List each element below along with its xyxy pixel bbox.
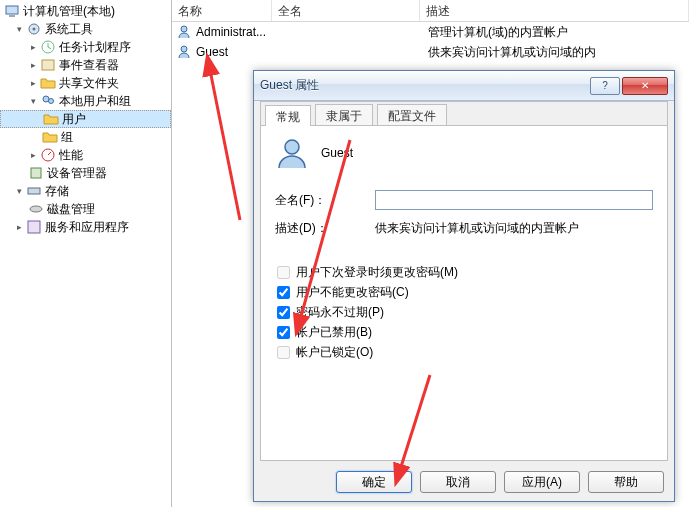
cell-desc: 管理计算机(域)的内置帐户 (428, 24, 689, 41)
device-icon (28, 165, 44, 181)
svg-rect-12 (28, 221, 40, 233)
gear-icon (26, 21, 42, 37)
column-description[interactable]: 描述 (420, 0, 689, 21)
tree-groups[interactable]: 组 (0, 128, 171, 146)
list-item[interactable]: Guest 供来宾访问计算机或访问域的内 (172, 42, 689, 62)
disk-icon (28, 201, 44, 217)
tab-strip: 常规 隶属于 配置文件 (261, 102, 667, 126)
tab-general[interactable]: 常规 (265, 105, 311, 126)
tree-label: 组 (61, 129, 73, 146)
tree-shared-folders[interactable]: ▸ 共享文件夹 (0, 74, 171, 92)
properties-dialog: Guest 属性 ? ✕ 常规 隶属于 配置文件 Guest 全名(F)： 描述… (253, 70, 675, 502)
cell-desc: 供来宾访问计算机或访问域的内 (428, 44, 689, 61)
caret-down-icon: ▾ (14, 186, 24, 196)
svg-point-14 (181, 46, 187, 52)
caret-right-icon: ▸ (14, 222, 24, 232)
svg-rect-1 (9, 15, 15, 17)
svg-rect-0 (6, 6, 18, 14)
caret-right-icon: ▸ (28, 78, 38, 88)
tree-users[interactable]: 用户 (0, 110, 171, 128)
folder-icon (42, 129, 58, 145)
tab-memberof[interactable]: 隶属于 (315, 104, 373, 125)
column-name[interactable]: 名称 (172, 0, 272, 21)
dialog-button-row: 确定 取消 应用(A) 帮助 (336, 471, 664, 493)
svg-rect-5 (42, 60, 54, 70)
caret-right-icon: ▸ (28, 42, 38, 52)
chk-pw-never-expire[interactable] (277, 306, 290, 319)
folder-icon (43, 111, 59, 127)
tab-content: Guest 全名(F)： 描述(D)： 供来宾访问计算机或访问域的内置帐户 用户… (261, 126, 667, 374)
chk-label: 帐户已锁定(O) (296, 344, 373, 361)
fullname-label: 全名(F)： (275, 192, 375, 209)
chk-account-locked (277, 346, 290, 359)
tree-device-manager[interactable]: 设备管理器 (0, 164, 171, 182)
tree-local-users-groups[interactable]: ▾ 本地用户和组 (0, 92, 171, 110)
help-button[interactable]: 帮助 (588, 471, 664, 493)
svg-point-7 (49, 99, 54, 104)
svg-point-15 (285, 140, 299, 154)
cell-name: Guest (196, 45, 280, 59)
tree-services-apps[interactable]: ▸ 服务和应用程序 (0, 218, 171, 236)
dialog-title: Guest 属性 (260, 77, 588, 94)
tree-storage[interactable]: ▾ 存储 (0, 182, 171, 200)
ok-button[interactable]: 确定 (336, 471, 412, 493)
user-large-icon (275, 136, 309, 170)
description-label: 描述(D)： (275, 220, 375, 237)
dialog-body: 常规 隶属于 配置文件 Guest 全名(F)： 描述(D)： 供来宾访问计算机… (260, 101, 668, 461)
description-value: 供来宾访问计算机或访问域的内置帐户 (375, 220, 653, 237)
user-icon (176, 24, 192, 40)
tree-task-scheduler[interactable]: ▸ 任务计划程序 (0, 38, 171, 56)
cancel-button[interactable]: 取消 (420, 471, 496, 493)
tree-root[interactable]: 计算机管理(本地) (0, 2, 171, 20)
tree-label: 服务和应用程序 (45, 219, 129, 236)
list-header: 名称 全名 描述 (172, 0, 689, 22)
tree-disk-management[interactable]: 磁盘管理 (0, 200, 171, 218)
chk-label: 用户下次登录时须更改密码(M) (296, 264, 458, 281)
chk-label: 密码永不过期(P) (296, 304, 384, 321)
chk-label: 用户不能更改密码(C) (296, 284, 409, 301)
tree-system-tools[interactable]: ▾ 系统工具 (0, 20, 171, 38)
caret-down-icon: ▾ (28, 96, 38, 106)
caret-right-icon: ▸ (28, 60, 38, 70)
event-icon (40, 57, 56, 73)
tab-profile[interactable]: 配置文件 (377, 104, 447, 125)
tree-label: 磁盘管理 (47, 201, 95, 218)
list-item[interactable]: Administrat... 管理计算机(域)的内置帐户 (172, 22, 689, 42)
close-icon[interactable]: ✕ (622, 77, 668, 95)
storage-icon (26, 183, 42, 199)
svg-point-11 (30, 206, 42, 212)
chk-account-disabled[interactable] (277, 326, 290, 339)
user-icon (176, 44, 192, 60)
chk-cannot-change-pw[interactable] (277, 286, 290, 299)
dialog-titlebar[interactable]: Guest 属性 ? ✕ (254, 71, 674, 101)
services-icon (26, 219, 42, 235)
caret-right-icon: ▸ (28, 150, 38, 160)
svg-point-13 (181, 26, 187, 32)
folder-icon (40, 75, 56, 91)
username-display: Guest (321, 146, 353, 160)
tree-label: 用户 (62, 111, 86, 128)
tree-performance[interactable]: ▸ 性能 (0, 146, 171, 164)
computer-icon (4, 3, 20, 19)
users-icon (40, 93, 56, 109)
tree-label: 任务计划程序 (59, 39, 131, 56)
help-button-icon[interactable]: ? (590, 77, 620, 95)
chk-change-next-login (277, 266, 290, 279)
tree-label: 事件查看器 (59, 57, 119, 74)
tree-label: 存储 (45, 183, 69, 200)
apply-button[interactable]: 应用(A) (504, 471, 580, 493)
cell-name: Administrat... (196, 25, 280, 39)
caret-down-icon: ▾ (14, 24, 24, 34)
tree-label: 性能 (59, 147, 83, 164)
svg-point-3 (33, 28, 36, 31)
tree-event-viewer[interactable]: ▸ 事件查看器 (0, 56, 171, 74)
tree-label: 共享文件夹 (59, 75, 119, 92)
svg-rect-10 (28, 188, 40, 194)
nav-tree: 计算机管理(本地) ▾ 系统工具 ▸ 任务计划程序 ▸ 事件查看器 ▸ 共享文件… (0, 0, 172, 507)
chk-label: 帐户已禁用(B) (296, 324, 372, 341)
tree-label: 本地用户和组 (59, 93, 131, 110)
svg-rect-9 (31, 168, 41, 178)
fullname-input[interactable] (375, 190, 653, 210)
tree-label: 系统工具 (45, 21, 93, 38)
column-fullname[interactable]: 全名 (272, 0, 420, 21)
